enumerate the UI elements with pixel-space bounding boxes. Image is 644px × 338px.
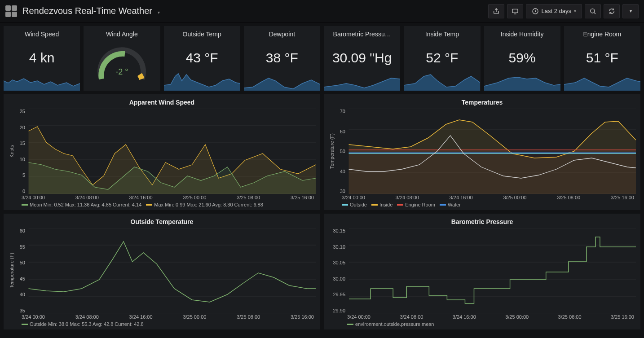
x-ticks: 3/24 00:003/24 08:003/24 16:003/25 00:00… <box>328 194 636 200</box>
legend: Outside Inside Engine Room Water <box>328 200 636 208</box>
x-ticks: 3/24 00:003/24 08:003/24 16:003/25 00:00… <box>328 313 636 320</box>
legend: environment.outside.pressure.mean <box>328 320 636 328</box>
sparkline <box>244 72 320 91</box>
refresh-interval-picker[interactable]: ▾ <box>622 4 639 18</box>
stat-engine-room[interactable]: Engine Room 51 °F <box>564 26 640 91</box>
dashboard-title[interactable]: Rendezvous Real-Time Weather ▾ <box>22 6 160 16</box>
gauge: -2 ° <box>93 40 151 84</box>
panel-title: Temperatures <box>328 97 636 109</box>
panel-barometric-pressure[interactable]: Barometric Pressure 30.1530.1030.0530.00… <box>324 214 640 329</box>
stat-inside-humidity[interactable]: Inside Humidity 59% <box>484 26 560 91</box>
y-axis-label: Temperature (F) <box>8 228 15 313</box>
stat-value: 52 °F <box>426 50 458 66</box>
panel-title: Barometric Pressure <box>328 216 636 228</box>
time-range-label: Last 2 days <box>542 8 572 14</box>
dashboard-title-text: Rendezvous Real-Time Weather <box>22 6 152 16</box>
panel-apparent-wind-speed[interactable]: Apparent Wind Speed Knots 2520151050 3/2… <box>4 94 320 210</box>
panel-title: Apparent Wind Speed <box>8 97 316 109</box>
stat-title: Outside Temp <box>183 31 221 38</box>
legend: Outside Min: 38.0 Max: 55.3 Avg: 42.8 Cu… <box>8 320 316 328</box>
stat-value: 30.09 "Hg <box>332 50 392 66</box>
tv-mode-button[interactable] <box>507 4 523 18</box>
x-ticks: 3/24 00:003/24 08:003/24 16:003/25 00:00… <box>8 194 316 200</box>
panel-title: Outside Temperature <box>8 216 316 228</box>
chevron-down-icon: ▾ <box>574 9 576 13</box>
zoom-out-button[interactable] <box>585 4 601 18</box>
stat-value: 38 °F <box>266 50 298 66</box>
chevron-down-icon: ▾ <box>630 9 632 13</box>
sparkline <box>404 72 480 91</box>
refresh-button[interactable] <box>604 4 620 18</box>
svg-point-2 <box>591 9 595 13</box>
stat-outside-temp[interactable]: Outside Temp 43 °F <box>164 26 240 91</box>
stat-value: 51 °F <box>586 50 618 66</box>
legend-item[interactable]: Inside <box>371 202 393 207</box>
stat-wind-angle[interactable]: Wind Angle -2 ° <box>84 26 160 91</box>
stat-title: Wind Angle <box>106 31 138 38</box>
stat-panels-row: Wind Speed 4 kn Wind Angle -2 ° Outside … <box>0 22 644 94</box>
plot-body: 30.1530.1030.0530.0029.9529.90 <box>330 228 636 313</box>
stat-wind-speed[interactable]: Wind Speed 4 kn <box>4 26 80 91</box>
y-axis-label: Temperature (F) <box>328 109 335 194</box>
sparkline <box>164 72 240 91</box>
chart-grid: Apparent Wind Speed Knots 2520151050 3/2… <box>0 94 644 333</box>
sparkline <box>564 72 640 91</box>
y-axis-label: Knots <box>8 109 15 194</box>
plot-body: 605550454035 <box>15 228 316 313</box>
time-range-picker[interactable]: Last 2 days ▾ <box>526 4 582 18</box>
sparkline <box>484 72 560 91</box>
stat-title: Wind Speed <box>25 31 59 38</box>
stat-title: Inside Humidity <box>501 31 544 38</box>
legend-item[interactable]: Outside Min: 38.0 Max: 55.3 Avg: 42.8 Cu… <box>22 321 144 327</box>
legend-item[interactable]: Max Min: 0.99 Max: 21.60 Avg: 8.30 Curre… <box>146 202 263 207</box>
legend-item[interactable]: Mean Min: 0.52 Max: 11.36 Avg: 4.85 Curr… <box>22 202 141 207</box>
svg-rect-0 <box>512 9 518 13</box>
stat-title: Engine Room <box>583 31 621 38</box>
stat-value: 4 kn <box>29 50 55 66</box>
plot-body: 7060504030 <box>335 109 636 194</box>
sparkline <box>4 72 80 91</box>
stat-title: Inside Temp <box>425 31 459 38</box>
chevron-down-icon: ▾ <box>158 10 160 15</box>
legend-item[interactable]: Engine Room <box>397 202 435 207</box>
panel-temperatures[interactable]: Temperatures Temperature (F) 7060504030 <box>324 94 640 210</box>
grafana-logo-icon[interactable] <box>5 5 17 17</box>
share-button[interactable] <box>488 4 504 18</box>
legend-item[interactable]: Water <box>440 202 461 207</box>
stat-title: Barometric Pressu… <box>333 31 391 38</box>
top-bar: Rendezvous Real-Time Weather ▾ Last 2 da… <box>0 0 644 22</box>
stat-title: Dewpoint <box>269 31 295 38</box>
legend-item[interactable]: environment.outside.pressure.mean <box>347 321 434 327</box>
legend-item[interactable]: Outside <box>342 202 367 207</box>
legend: Mean Min: 0.52 Max: 11.36 Avg: 4.85 Curr… <box>8 200 316 208</box>
stat-value: 59% <box>509 50 536 66</box>
sparkline <box>324 72 400 91</box>
stat-value: 43 °F <box>186 50 218 66</box>
stat-dewpoint[interactable]: Dewpoint 38 °F <box>244 26 320 91</box>
gauge-value: -2 ° <box>93 67 151 77</box>
stat-barometric-pressure[interactable]: Barometric Pressu… 30.09 "Hg <box>324 26 400 91</box>
panel-outside-temperature[interactable]: Outside Temperature Temperature (F) 6055… <box>4 214 320 329</box>
plot-body: 2520151050 <box>15 109 316 194</box>
x-ticks: 3/24 00:003/24 08:003/24 16:003/25 00:00… <box>8 313 316 320</box>
stat-inside-temp[interactable]: Inside Temp 52 °F <box>404 26 480 91</box>
